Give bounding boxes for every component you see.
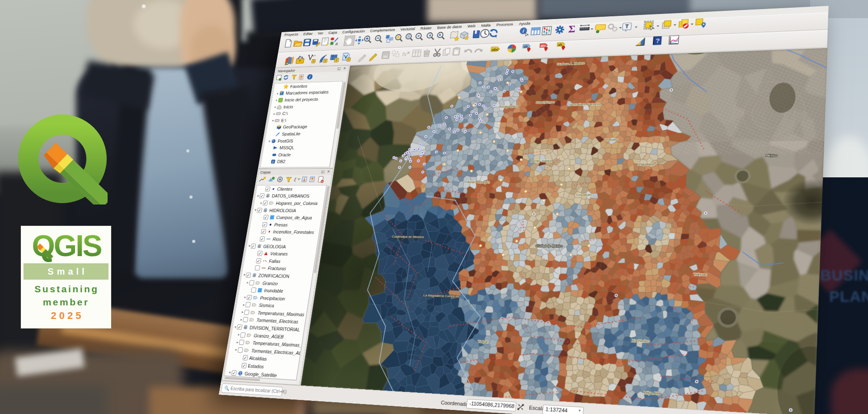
svg-text:Tláhuac: Tláhuac xyxy=(693,272,707,276)
svg-text:ab: ab xyxy=(524,44,528,48)
svg-text:Azcapotzalco: Azcapotzalco xyxy=(499,105,519,108)
svg-text:Cuajimalpa de Morelos: Cuajimalpa de Morelos xyxy=(392,235,424,238)
svg-text:ab: ab xyxy=(558,43,562,46)
svg-text:Iztapalapa: Iztapalapa xyxy=(638,162,655,166)
svg-text:abc: abc xyxy=(491,47,499,52)
svg-text:Benito Juárez: Benito Juárez xyxy=(531,159,552,163)
svg-text:Σ: Σ xyxy=(568,24,576,35)
svg-text:Xochimilco: Xochimilco xyxy=(632,339,651,343)
svg-text:Iztacalco: Iztacalco xyxy=(605,138,619,142)
svg-text:Cuauhtémoc: Cuauhtémoc xyxy=(536,100,555,104)
svg-text:Coyoacán: Coyoacán xyxy=(576,193,592,196)
svg-text:México: México xyxy=(765,154,778,157)
svg-text:Álvaro Obregón: Álvaro Obregón xyxy=(467,181,490,184)
svg-text:Ciudad de México: Ciudad de México xyxy=(535,244,563,248)
svg-text:?: ? xyxy=(656,38,660,44)
svg-text:QGIS: QGIS xyxy=(32,229,101,262)
svg-text:ξ: ξ xyxy=(294,177,297,182)
svg-text:a: a xyxy=(335,41,338,46)
svg-text:Tlalpan: Tlalpan xyxy=(478,340,489,344)
svg-text:fx: fx xyxy=(402,51,408,57)
